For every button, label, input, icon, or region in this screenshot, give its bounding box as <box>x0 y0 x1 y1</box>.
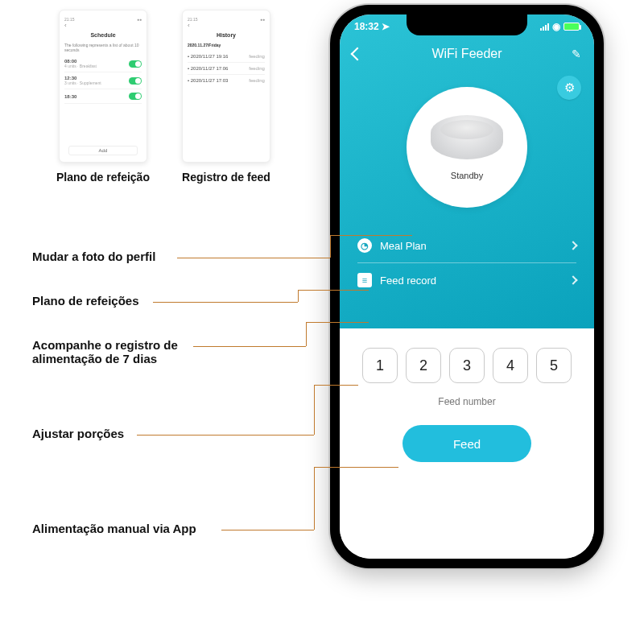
page-title: WiFi Feeder <box>431 47 502 61</box>
callout-profile: Mudar a foto do perfil <box>32 250 155 263</box>
callout-line <box>314 385 358 386</box>
bowl-icon <box>431 115 503 159</box>
clock-icon: ◔ <box>357 238 372 253</box>
callout-line <box>306 322 307 346</box>
portion-4-button[interactable]: 4 <box>493 348 528 383</box>
callout-line <box>314 385 315 435</box>
location-icon: ➤ <box>382 21 390 32</box>
nav-row: WiFi Feeder ✎ <box>340 40 594 64</box>
settings-button[interactable]: ⚙ <box>557 76 581 100</box>
callout-line <box>193 346 306 347</box>
callout-meal-plan: Plano de refeições <box>32 294 139 308</box>
status-right: ◉ <box>540 21 580 32</box>
portion-row: 1 2 3 4 5 <box>351 348 583 383</box>
gear-icon: ⚙ <box>564 80 575 95</box>
toggle-icon <box>129 93 142 100</box>
mini-history-title: History <box>188 32 265 38</box>
mini-row: 18:30 <box>64 89 142 104</box>
toggle-icon <box>129 77 142 85</box>
mini-phone-schedule: 21:15●● ‹ Schedule The following represe… <box>59 10 147 163</box>
back-button[interactable] <box>353 49 362 59</box>
preview-history-caption: Registro de feed <box>182 171 270 184</box>
callout-line <box>330 235 331 258</box>
chevron-left-icon <box>351 47 365 61</box>
mini-add-button: Add <box>68 146 138 155</box>
callout-line <box>177 258 330 258</box>
mini-schedule-sub: The following represents a list of about… <box>64 43 142 52</box>
callout-line <box>330 235 412 236</box>
callout-line <box>314 467 315 530</box>
menu-meal-plan-label: Meal Plan <box>380 240 427 252</box>
mini-row: • 2020/11/27 17:03feeding <box>188 75 265 86</box>
list-icon: ≡ <box>357 273 372 287</box>
phone-notch <box>407 14 527 35</box>
callout-manual: Alimentação manual via App <box>32 522 196 535</box>
battery-icon <box>564 23 580 31</box>
wifi-icon: ◉ <box>552 21 560 32</box>
edit-button[interactable]: ✎ <box>572 47 581 60</box>
mini-row: • 2020/11/27 17:06feeding <box>188 63 265 75</box>
portion-2-button[interactable]: 2 <box>406 348 441 383</box>
callout-line <box>298 290 299 302</box>
chevron-right-icon <box>568 241 577 250</box>
chevron-right-icon <box>568 275 577 284</box>
portion-5-button[interactable]: 5 <box>536 348 572 383</box>
menu-meal-plan[interactable]: ◔ Meal Plan <box>357 229 576 263</box>
mini-schedule-title: Schedule <box>64 32 142 38</box>
portion-1-button[interactable]: 1 <box>362 348 398 383</box>
menu-list: ◔ Meal Plan ≡ Feed record <box>357 229 576 297</box>
callout-line <box>137 435 314 436</box>
device-status: Standby <box>451 171 483 180</box>
preview-history-col: 21:15●● ‹ History 2020.11.27/Friday • 20… <box>182 10 270 184</box>
callout-line <box>153 302 298 303</box>
phone-frame: 18:32 ➤ ◉ WiFi Feeder ✎ ⚙ Standby <box>330 5 604 568</box>
status-time: 18:32 ➤ <box>354 21 390 32</box>
menu-feed-record[interactable]: ≡ Feed record <box>357 263 576 297</box>
portion-label: Feed number <box>351 396 583 407</box>
feed-button[interactable]: Feed <box>402 425 531 462</box>
mini-row: 08:004 units · Breakfast <box>64 56 142 72</box>
toggle-icon <box>129 60 142 68</box>
menu-feed-record-label: Feed record <box>380 275 436 287</box>
mini-row: 12:303 units · Supplement <box>64 72 142 89</box>
device-avatar[interactable]: Standby <box>407 87 527 208</box>
preview-schedule-col: 21:15●● ‹ Schedule The following represe… <box>56 10 150 184</box>
mini-row: • 2020/11/27 19:16feeding <box>188 51 265 63</box>
mini-phone-history: 21:15●● ‹ History 2020.11.27/Friday • 20… <box>182 10 270 163</box>
preview-schedule-caption: Plano de refeição <box>56 171 150 184</box>
callout-line <box>298 290 369 291</box>
phone-screen: 18:32 ➤ ◉ WiFi Feeder ✎ ⚙ Standby <box>340 14 594 559</box>
callout-portions: Ajustar porções <box>32 427 124 440</box>
callout-line <box>314 467 398 468</box>
callout-line <box>306 322 369 323</box>
top-panel: WiFi Feeder ✎ ⚙ Standby ◔ Meal Plan <box>340 14 594 328</box>
portion-3-button[interactable]: 3 <box>449 348 485 383</box>
callout-feed-record: Acompanhe o registro dealimentação de 7 … <box>32 338 178 365</box>
signal-icon <box>540 23 549 31</box>
pencil-icon: ✎ <box>572 47 581 60</box>
callout-line <box>221 530 314 530</box>
mini-history-sub: 2020.11.27/Friday <box>188 43 265 47</box>
bottom-panel: 1 2 3 4 5 Feed number Feed <box>340 328 594 559</box>
preview-area: 21:15●● ‹ Schedule The following represe… <box>56 10 270 184</box>
